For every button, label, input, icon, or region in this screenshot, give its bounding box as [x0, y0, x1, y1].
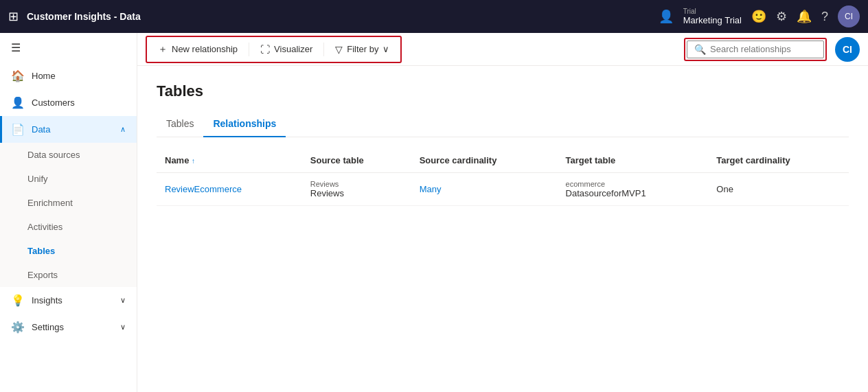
sort-icon: ↑ — [192, 157, 195, 165]
target-table-text: DatasourceforMVP1 — [566, 188, 700, 198]
avatar[interactable]: CI — [838, 5, 860, 27]
col-source-cardinality-label: Source cardinality — [420, 155, 497, 165]
bell-icon[interactable]: 🔔 — [797, 9, 812, 24]
tab-relationships[interactable]: Relationships — [203, 111, 286, 137]
col-header-target-table: Target table — [558, 148, 709, 173]
sidebar-item-enrichment[interactable]: Enrichment — [0, 191, 137, 215]
cell-target-table: ecommerce DatasourceforMVP1 — [558, 173, 709, 206]
tab-relationships-label: Relationships — [213, 118, 276, 129]
sidebar-label-customers: Customers — [32, 97, 75, 108]
cell-name: ReviewEcommerce — [157, 173, 302, 206]
cell-source-cardinality: Many — [411, 173, 558, 206]
tabs: Tables Relationships — [157, 111, 849, 137]
sidebar-item-data-sources[interactable]: Data sources — [0, 143, 137, 167]
cell-source-table: Reviews Reviews — [302, 173, 411, 206]
plus-icon: ＋ — [158, 43, 168, 56]
sidebar-label-enrichment: Enrichment — [27, 198, 73, 208]
settings-icon: ⚙️ — [11, 321, 25, 334]
ci-logo-button[interactable]: CI — [835, 37, 860, 62]
data-chevron-icon: ∧ — [120, 125, 126, 134]
sidebar-item-insights[interactable]: 💡 Insights ∨ — [0, 287, 137, 314]
sidebar-data-submenu: Data sources Unify Enrichment Activities… — [0, 143, 137, 287]
new-relationship-label: New relationship — [172, 44, 238, 54]
sidebar-item-settings[interactable]: ⚙️ Settings ∨ — [0, 314, 137, 341]
source-cardinality-text: Many — [420, 184, 442, 194]
sidebar-label-activities: Activities — [27, 222, 62, 232]
col-header-name[interactable]: Name ↑ — [157, 148, 302, 173]
tab-tables-label: Tables — [166, 118, 194, 129]
visualizer-button[interactable]: ⛶ Visualizer — [253, 41, 319, 58]
sidebar-item-activities[interactable]: Activities — [0, 215, 137, 239]
topnav-right: 👤 Trial Marketing Trial 🙂 ⚙ 🔔 ? CI — [659, 5, 860, 27]
customers-icon: 👤 — [11, 96, 25, 109]
grid-icon[interactable]: ⊞ — [8, 9, 19, 24]
sidebar-label-settings: Settings — [32, 322, 64, 332]
sidebar-item-customers[interactable]: 👤 Customers — [0, 89, 137, 116]
source-table-text: Reviews — [310, 188, 403, 198]
sidebar-label-exports: Exports — [27, 270, 58, 280]
sidebar: ☰ 🏠 Home 👤 Customers 📄 Data ∧ Data sourc… — [0, 33, 137, 392]
profile-card-icon[interactable]: 👤 — [659, 9, 674, 24]
search-box-wrapper: 🔍 — [684, 38, 827, 61]
help-icon[interactable]: ? — [821, 10, 828, 24]
filter-by-label: Filter by — [347, 44, 378, 54]
data-icon: 📄 — [11, 123, 25, 136]
target-cardinality-text: One — [716, 184, 733, 194]
target-sub-text: ecommerce — [566, 180, 700, 188]
trial-info: Trial Marketing Trial — [683, 8, 742, 25]
col-header-source-cardinality: Source cardinality — [411, 148, 558, 173]
sidebar-label-tables: Tables — [27, 246, 55, 256]
toolbar-separator-2 — [323, 43, 324, 56]
visualizer-icon: ⛶ — [260, 44, 270, 55]
sidebar-item-data[interactable]: 📄 Data ∧ — [0, 116, 137, 143]
source-sub-text: Reviews — [310, 180, 403, 188]
page-title: Tables — [157, 82, 849, 100]
home-icon: 🏠 — [11, 69, 25, 82]
ci-logo-text: CI — [843, 44, 852, 55]
hamburger-menu[interactable]: ☰ — [0, 33, 137, 62]
insights-chevron-icon: ∨ — [120, 296, 126, 305]
col-target-table-label: Target table — [566, 155, 616, 165]
smiley-icon[interactable]: 🙂 — [751, 9, 766, 24]
toolbar: ＋ New relationship ⛶ Visualizer ▽ Filter… — [137, 33, 868, 66]
gear-icon[interactable]: ⚙ — [776, 9, 787, 24]
sidebar-item-exports[interactable]: Exports — [0, 263, 137, 287]
settings-chevron-icon: ∨ — [120, 323, 126, 332]
cell-target-cardinality: One — [708, 173, 849, 206]
new-relationship-button[interactable]: ＋ New relationship — [151, 40, 244, 59]
search-icon: 🔍 — [694, 44, 706, 55]
sidebar-label-unify: Unify — [27, 174, 48, 184]
col-target-cardinality-label: Target cardinality — [716, 155, 790, 165]
sidebar-item-home[interactable]: 🏠 Home — [0, 62, 137, 89]
col-header-target-cardinality: Target cardinality — [708, 148, 849, 173]
trial-label: Trial — [683, 8, 696, 15]
search-box: 🔍 — [687, 41, 824, 58]
main-layout: ☰ 🏠 Home 👤 Customers 📄 Data ∧ Data sourc… — [0, 33, 868, 392]
col-source-table-label: Source table — [310, 155, 364, 165]
tab-tables[interactable]: Tables — [157, 111, 203, 137]
trial-name: Marketing Trial — [683, 15, 742, 25]
relationships-table: Name ↑ Source table Source cardinality T… — [157, 148, 849, 206]
toolbar-action-group: ＋ New relationship ⛶ Visualizer ▽ Filter… — [146, 36, 402, 63]
visualizer-label: Visualizer — [274, 44, 312, 54]
table-row: ReviewEcommerce Reviews Reviews Many eco… — [157, 173, 849, 206]
filter-chevron-icon: ∨ — [382, 44, 389, 54]
sidebar-label-data-sources: Data sources — [27, 150, 80, 160]
sidebar-item-tables[interactable]: Tables — [0, 239, 137, 263]
top-nav: ⊞ Customer Insights - Data 👤 Trial Marke… — [0, 0, 868, 33]
search-input[interactable] — [710, 44, 820, 54]
sidebar-label-insights: Insights — [32, 295, 62, 305]
page-content: Tables Tables Relationships Name ↑ — [137, 66, 868, 392]
sidebar-label-home: Home — [32, 71, 56, 81]
col-name-label: Name — [165, 155, 189, 165]
relationship-name-link[interactable]: ReviewEcommerce — [165, 184, 242, 194]
col-header-source-table: Source table — [302, 148, 411, 173]
filter-icon: ▽ — [335, 44, 343, 55]
filter-by-button[interactable]: ▽ Filter by ∨ — [328, 41, 396, 58]
sidebar-item-unify[interactable]: Unify — [0, 167, 137, 191]
sidebar-label-data: Data — [32, 124, 50, 135]
toolbar-separator-1 — [249, 43, 249, 56]
insights-icon: 💡 — [11, 294, 25, 307]
app-title: Customer Insights - Data — [27, 11, 650, 22]
main-content: ＋ New relationship ⛶ Visualizer ▽ Filter… — [137, 33, 868, 392]
